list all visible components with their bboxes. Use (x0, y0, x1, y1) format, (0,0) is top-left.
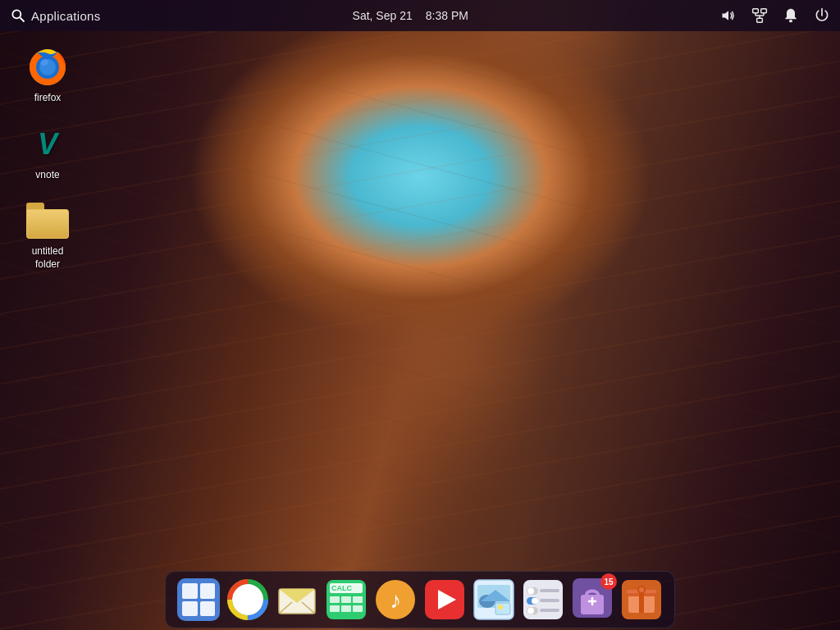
svg-rect-29 (353, 596, 363, 603)
taskbar: CALC ♪ (0, 569, 840, 630)
svg-line-1 (21, 18, 25, 22)
panel-left: Applications (10, 7, 100, 24)
vnote-label: vnote (35, 169, 59, 182)
svg-point-47 (527, 588, 534, 595)
software-icon-wrap: 15 (571, 577, 614, 623)
dock-item-mail[interactable] (274, 577, 320, 623)
firefox-svg (26, 46, 69, 89)
svg-marker-2 (723, 11, 729, 21)
svg-point-53 (527, 608, 534, 614)
svg-rect-51 (540, 599, 559, 602)
svg-rect-28 (341, 596, 351, 603)
dock-item-multitask[interactable] (176, 577, 221, 623)
svg-text:♪: ♪ (390, 587, 401, 613)
folder-svg (26, 203, 69, 239)
svg-rect-31 (341, 605, 351, 612)
calc-icon: CALC (325, 578, 368, 621)
panel-right (720, 7, 830, 24)
multitask-icon (177, 578, 220, 621)
svg-point-44 (498, 605, 503, 609)
power-icon[interactable] (814, 7, 830, 24)
svg-rect-5 (761, 9, 767, 13)
svg-rect-4 (757, 18, 763, 22)
settings-icon (522, 578, 564, 621)
desktop-background (0, 0, 840, 630)
vnote-icon-image: V (26, 123, 69, 166)
desktop-icon-firefox[interactable]: firefox (15, 41, 80, 110)
svg-point-20 (238, 590, 258, 609)
network-icon[interactable] (751, 7, 768, 24)
flatpak-icon (620, 578, 663, 621)
svg-point-50 (532, 598, 538, 605)
photos-icon (472, 578, 515, 621)
svg-rect-48 (540, 589, 559, 592)
dock-item-software[interactable]: 15 (569, 577, 615, 623)
svg-rect-43 (495, 603, 510, 614)
software-badge: 15 (600, 573, 617, 590)
svg-point-0 (12, 10, 21, 18)
top-panel: Applications Sat, Sep 21 8:38 PM (0, 0, 840, 31)
notifications-icon[interactable] (783, 7, 799, 24)
browser-icon (226, 578, 269, 621)
mail-icon (276, 578, 318, 621)
dock-item-flatpak[interactable] (619, 577, 664, 623)
firefox-label: firefox (34, 92, 62, 105)
svg-rect-3 (753, 9, 759, 13)
dock-item-photos[interactable] (471, 577, 517, 623)
vnote-svg: V (28, 125, 67, 164)
dock: CALC ♪ (165, 571, 675, 628)
svg-text:CALC: CALC (331, 584, 352, 592)
search-icon[interactable] (10, 7, 26, 24)
firefox-icon-image (26, 46, 69, 89)
folder-label: untitled folder (20, 245, 75, 271)
panel-date: Sat, Sep 21 (353, 9, 413, 22)
volume-icon[interactable] (720, 7, 737, 24)
dock-item-calc[interactable]: CALC (323, 577, 369, 623)
svg-point-65 (639, 587, 644, 592)
applications-label[interactable]: Applications (31, 9, 100, 23)
media-icon (423, 578, 466, 621)
panel-time: 8:38 PM (426, 9, 468, 22)
music-icon: ♪ (374, 578, 417, 621)
panel-center: Sat, Sep 21 8:38 PM (100, 9, 720, 22)
svg-rect-27 (330, 596, 340, 603)
desktop-icons: firefox V vnote untitled folder (15, 41, 80, 276)
dock-item-browser[interactable] (225, 577, 271, 623)
dock-item-media[interactable] (422, 577, 468, 623)
dock-item-settings[interactable] (520, 577, 566, 623)
svg-point-10 (789, 20, 792, 22)
desktop-icon-vnote[interactable]: V vnote (15, 118, 80, 187)
svg-rect-32 (353, 605, 363, 612)
desktop-icon-folder[interactable]: untitled folder (15, 194, 80, 276)
dock-item-music[interactable]: ♪ (372, 577, 418, 623)
svg-rect-30 (330, 605, 340, 612)
svg-rect-54 (540, 609, 559, 612)
folder-icon-image (26, 199, 69, 242)
